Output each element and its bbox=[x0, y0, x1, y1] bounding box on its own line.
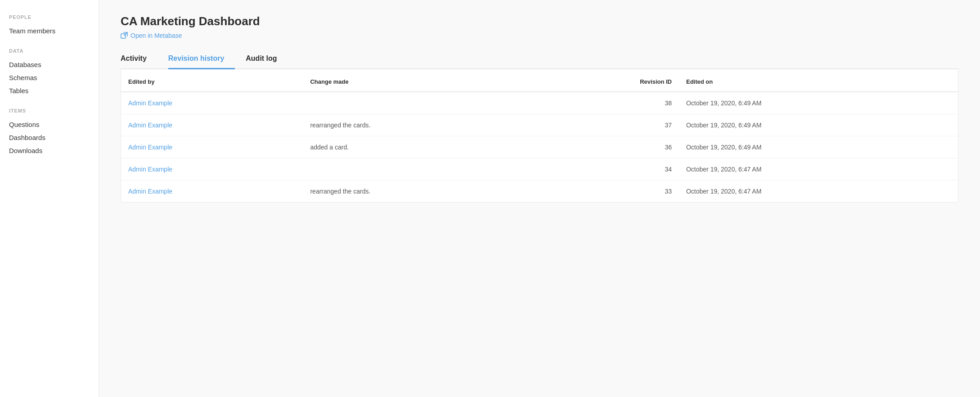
sidebar-item-databases[interactable]: Databases bbox=[9, 58, 90, 71]
table-row: Admin Examplerearranged the cards.37Octo… bbox=[121, 114, 958, 136]
tab-activity[interactable]: Activity bbox=[121, 50, 157, 69]
revision-history-table: Edited byChange madeRevision IDEdited on… bbox=[121, 69, 958, 202]
sidebar-section-label-data: DATA bbox=[9, 48, 90, 54]
edited-on-cell: October 19, 2020, 6:47 AM bbox=[679, 158, 958, 180]
revision-id-cell: 38 bbox=[535, 92, 679, 114]
sidebar-item-questions[interactable]: Questions bbox=[9, 118, 90, 131]
edited-by-cell[interactable]: Admin Example bbox=[121, 180, 303, 203]
table-header: Edited byChange madeRevision IDEdited on bbox=[121, 69, 958, 92]
table-body: Admin Example38October 19, 2020, 6:49 AM… bbox=[121, 92, 958, 202]
main-content: CA Marketing Dashboard Open in Metabase … bbox=[99, 0, 980, 397]
revision-id-cell: 37 bbox=[535, 114, 679, 136]
sidebar-item-schemas[interactable]: Schemas bbox=[9, 71, 90, 84]
open-in-metabase-link[interactable]: Open in Metabase bbox=[121, 32, 182, 39]
col-header-edited-on: Edited on bbox=[679, 69, 958, 92]
change-made-cell: rearranged the cards. bbox=[303, 114, 535, 136]
col-header-revision-id: Revision ID bbox=[535, 69, 679, 92]
edited-by-cell[interactable]: Admin Example bbox=[121, 136, 303, 158]
open-link-label: Open in Metabase bbox=[130, 32, 182, 39]
edited-by-cell[interactable]: Admin Example bbox=[121, 92, 303, 114]
edited-on-cell: October 19, 2020, 6:49 AM bbox=[679, 114, 958, 136]
revision-id-cell: 33 bbox=[535, 180, 679, 203]
tab-revision-history[interactable]: Revision history bbox=[168, 50, 235, 69]
change-made-cell bbox=[303, 92, 535, 114]
edited-by-cell[interactable]: Admin Example bbox=[121, 114, 303, 136]
edited-on-cell: October 19, 2020, 6:49 AM bbox=[679, 92, 958, 114]
sidebar-section-label-items: ITEMS bbox=[9, 108, 90, 113]
edited-by-cell[interactable]: Admin Example bbox=[121, 158, 303, 180]
sidebar-item-tables[interactable]: Tables bbox=[9, 84, 90, 97]
external-link-icon bbox=[121, 32, 128, 39]
table-header-row: Edited byChange madeRevision IDEdited on bbox=[121, 69, 958, 92]
sidebar-item-downloads[interactable]: Downloads bbox=[9, 144, 90, 157]
edited-on-cell: October 19, 2020, 6:47 AM bbox=[679, 180, 958, 203]
revision-history-table-area: Edited byChange madeRevision IDEdited on… bbox=[121, 69, 958, 203]
table-row: Admin Exampleadded a card.36October 19, … bbox=[121, 136, 958, 158]
sidebar-item-team-members[interactable]: Team members bbox=[9, 24, 90, 37]
change-made-cell bbox=[303, 158, 535, 180]
sidebar: PEOPLETeam membersDATADatabasesSchemasTa… bbox=[0, 0, 99, 397]
col-header-change-made: Change made bbox=[303, 69, 535, 92]
sidebar-section-label-people: PEOPLE bbox=[9, 14, 90, 20]
col-header-edited-by: Edited by bbox=[121, 69, 303, 92]
tabs-nav: ActivityRevision historyAudit log bbox=[121, 50, 958, 69]
page-title: CA Marketing Dashboard bbox=[121, 14, 958, 28]
revision-id-cell: 34 bbox=[535, 158, 679, 180]
edited-on-cell: October 19, 2020, 6:49 AM bbox=[679, 136, 958, 158]
table-row: Admin Examplerearranged the cards.33Octo… bbox=[121, 180, 958, 203]
table-row: Admin Example38October 19, 2020, 6:49 AM bbox=[121, 92, 958, 114]
revision-id-cell: 36 bbox=[535, 136, 679, 158]
change-made-cell: added a card. bbox=[303, 136, 535, 158]
change-made-cell: rearranged the cards. bbox=[303, 180, 535, 203]
sidebar-item-dashboards[interactable]: Dashboards bbox=[9, 131, 90, 144]
tab-audit-log[interactable]: Audit log bbox=[246, 50, 288, 69]
table-row: Admin Example34October 19, 2020, 6:47 AM bbox=[121, 158, 958, 180]
